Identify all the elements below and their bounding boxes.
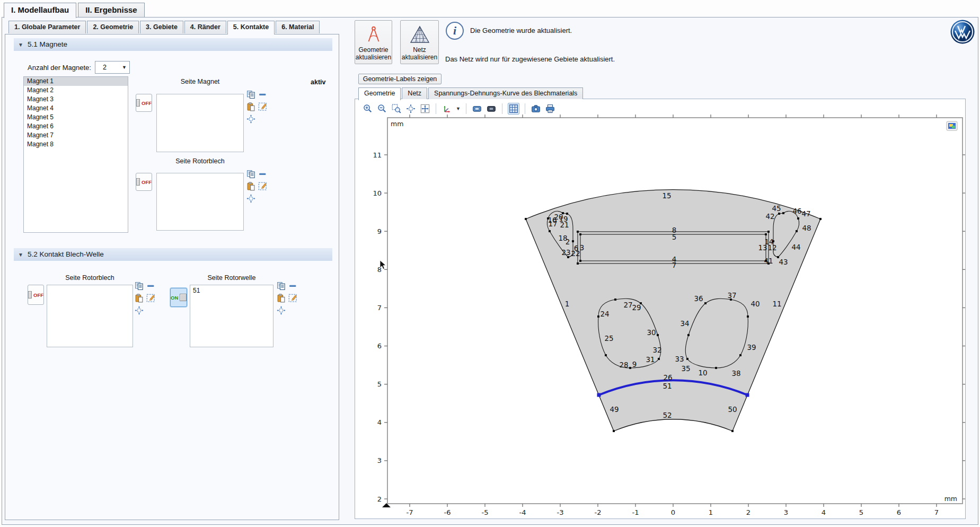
toggle-state-label: ON xyxy=(171,295,178,301)
svg-text:43: 43 xyxy=(779,258,788,266)
svg-text:29: 29 xyxy=(632,303,641,312)
remove-selection-icon[interactable] xyxy=(146,282,155,291)
clear-selection-icon[interactable] xyxy=(146,294,155,303)
selection-box-seite-rotorblech-1[interactable] xyxy=(156,173,244,231)
main-tab-i-modellaufbau[interactable]: I. Modellaufbau xyxy=(4,3,76,18)
step-tab-4-ränder[interactable]: 4. Ränder xyxy=(184,21,226,33)
grid-toggle-icon[interactable] xyxy=(508,103,519,115)
main-tab-ii-ergebnisse[interactable]: II. Ergebnisse xyxy=(78,3,145,17)
toggle-seite-rotorblech-2[interactable]: OFF xyxy=(28,285,44,305)
svg-text:24: 24 xyxy=(600,310,609,318)
copy-selection-icon[interactable] xyxy=(135,282,144,291)
snapshot-camera-icon[interactable] xyxy=(531,103,541,114)
view-orientation-dropdown-caret[interactable]: ▼ xyxy=(456,106,461,111)
selection-box-seite-magnet[interactable] xyxy=(156,94,244,152)
magnet-list-item[interactable]: Magnet 2 xyxy=(24,86,128,95)
svg-text:1: 1 xyxy=(709,508,713,516)
magnet-list-item[interactable]: Magnet 4 xyxy=(24,104,128,113)
selection-box-seite-rotorwelle[interactable]: 51 xyxy=(190,285,273,347)
svg-text:11: 11 xyxy=(772,300,781,308)
paste-selection-icon[interactable] xyxy=(135,294,144,303)
svg-text:2: 2 xyxy=(377,495,382,503)
svg-text:45: 45 xyxy=(772,204,781,213)
svg-text:41: 41 xyxy=(764,257,773,265)
svg-text:23: 23 xyxy=(561,248,570,257)
magnet-list-item[interactable]: Magnet 8 xyxy=(24,140,128,149)
svg-text:42: 42 xyxy=(765,212,774,221)
section-header-kontakt[interactable]: ▼5.2 Kontakt Blech-Welle xyxy=(14,248,332,261)
print-icon[interactable] xyxy=(545,103,555,114)
collapse-triangle-icon[interactable]: ▼ xyxy=(18,249,23,261)
remove-selection-icon[interactable] xyxy=(288,282,297,291)
group-title-seite-magnet: Seite Magnet xyxy=(156,78,244,85)
zoom-extents-icon[interactable] xyxy=(420,103,430,114)
svg-text:3: 3 xyxy=(784,508,788,516)
zoom-to-selection-icon[interactable] xyxy=(246,115,255,124)
copy-image-icon[interactable] xyxy=(472,103,482,114)
section-title: 5.1 Magnete xyxy=(28,40,67,48)
geometry-compass-icon xyxy=(364,25,384,46)
copy-selection-icon[interactable] xyxy=(246,90,255,99)
magnet-list-item[interactable]: Magnet 7 xyxy=(24,131,128,140)
selection-box-seite-rotorblech-2[interactable] xyxy=(47,285,133,347)
remove-selection-icon[interactable] xyxy=(258,90,267,99)
copy-selection-icon[interactable] xyxy=(246,170,255,179)
magnet-count-select[interactable]: 2 ▼ xyxy=(95,61,130,74)
zoom-to-selection-icon[interactable] xyxy=(405,103,416,114)
active-column-header: aktiv xyxy=(311,78,326,86)
zoom-to-selection-icon[interactable] xyxy=(246,194,255,203)
step-tab-5-kontakte[interactable]: 5. Kontakte xyxy=(227,21,275,34)
svg-text:38: 38 xyxy=(731,369,740,377)
mouse-cursor xyxy=(379,260,387,273)
export-image-icon[interactable] xyxy=(486,103,497,114)
update-geometry-button[interactable]: Geometrie aktualisieren xyxy=(355,20,392,64)
view-tab-geometrie[interactable]: Geometrie xyxy=(358,87,401,100)
clear-selection-icon[interactable] xyxy=(258,102,267,111)
paste-selection-icon[interactable] xyxy=(246,102,255,111)
svg-text:9: 9 xyxy=(377,227,382,235)
svg-text:-5: -5 xyxy=(482,508,489,516)
view-tab-netz[interactable]: Netz xyxy=(402,87,427,99)
svg-text:21: 21 xyxy=(560,221,569,229)
step-tab-1-globale-parameter[interactable]: 1. Globale Parameter xyxy=(8,21,86,33)
copy-selection-icon[interactable] xyxy=(277,282,286,291)
zoom-to-selection-icon[interactable] xyxy=(277,306,286,315)
magnet-list[interactable]: Magnet 1Magnet 2Magnet 3Magnet 4Magnet 5… xyxy=(23,76,128,233)
toggle-seite-rotorblech-1[interactable]: OFF xyxy=(136,173,152,191)
svg-text:48: 48 xyxy=(802,224,811,232)
paste-selection-icon[interactable] xyxy=(246,182,255,191)
section-header-magnete[interactable]: ▼5.1 Magnete xyxy=(14,38,332,51)
magnet-list-item[interactable]: Magnet 5 xyxy=(24,113,128,122)
svg-text:28: 28 xyxy=(619,361,628,369)
collapse-triangle-icon[interactable]: ▼ xyxy=(18,39,23,51)
toolbar-separator xyxy=(525,103,525,114)
svg-text:3: 3 xyxy=(377,456,382,464)
magnet-list-item[interactable]: Magnet 6 xyxy=(24,122,128,131)
toggle-seite-rotorwelle[interactable]: ON xyxy=(170,288,187,307)
zoom-in-icon[interactable] xyxy=(363,103,373,114)
remove-selection-icon[interactable] xyxy=(258,170,267,179)
selection-tools-seite-rotorblech-1 xyxy=(246,170,270,206)
paste-selection-icon[interactable] xyxy=(277,294,286,303)
zoom-to-selection-icon[interactable] xyxy=(135,306,144,315)
update-mesh-button[interactable]: Netz aktualisieren xyxy=(400,20,439,64)
show-geometry-labels-button[interactable]: Geometrie-Labels zeigen xyxy=(358,74,442,84)
view-tab-spannungs-dehnungs-kurve-des-blechmaterials[interactable]: Spannungs-Dehnungs-Kurve des Blechmateri… xyxy=(428,87,583,99)
zoom-box-icon[interactable] xyxy=(391,103,402,114)
selection-entry[interactable]: 51 xyxy=(190,285,273,294)
plot-thumbnail-icon[interactable] xyxy=(947,121,957,130)
magnet-list-item[interactable]: Magnet 3 xyxy=(24,95,128,104)
step-tab-6-material[interactable]: 6. Material xyxy=(276,21,320,33)
clear-selection-icon[interactable] xyxy=(288,294,297,303)
toggle-seite-magnet[interactable]: OFF xyxy=(136,94,152,112)
view-orientation-icon[interactable] xyxy=(442,103,452,114)
svg-text:7: 7 xyxy=(377,304,382,312)
button-caption: Netz aktualisieren xyxy=(402,46,437,61)
step-tab-2-geometrie[interactable]: 2. Geometrie xyxy=(87,21,139,33)
graphics-toolbar: ▼ xyxy=(363,102,555,115)
zoom-out-icon[interactable] xyxy=(377,103,387,114)
clear-selection-icon[interactable] xyxy=(258,182,267,191)
step-tab-3-gebiete[interactable]: 3. Gebiete xyxy=(140,21,183,33)
geometry-plot-canvas[interactable]: -7-6-5-4-3-2-101234567234567891011mmmm 1… xyxy=(371,114,967,520)
magnet-list-item[interactable]: Magnet 1 xyxy=(24,77,128,86)
